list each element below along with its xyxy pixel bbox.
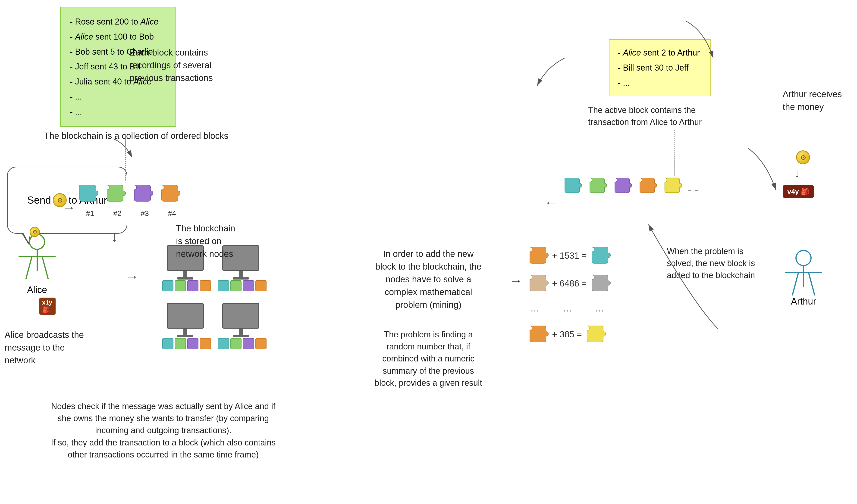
mini-chain-2 (218, 280, 267, 292)
solved-label: When the problem issolved, the new block… (667, 245, 783, 282)
stored-on-nodes-label: The blockchainis stored onnetwork nodes (176, 222, 235, 260)
svg-rect-3 (188, 280, 198, 291)
arthur-coin: ⊙ (796, 151, 810, 164)
block-4: #4 (159, 183, 185, 218)
arthur-receives-label: Arthur receivesthe money (783, 88, 852, 114)
blockchain-collection-label: The blockchain is a collection of ordere… (44, 129, 228, 142)
arrow-alice-to-network: → (125, 268, 139, 284)
arthur-legs (798, 273, 809, 296)
arrow-yellow-to-chain (662, 21, 709, 68)
alice-broadcast-text: Alice broadcasts themessage to thenetwor… (5, 329, 116, 367)
svg-rect-15 (243, 338, 254, 349)
alice-coin: ⊙ (30, 227, 40, 237)
mini-chain-4 (218, 338, 267, 349)
svg-rect-14 (231, 338, 241, 349)
alice-label: Alice (27, 285, 47, 295)
right-block-2 (588, 176, 611, 199)
svg-rect-7 (243, 280, 254, 291)
svg-rect-4 (200, 280, 211, 291)
svg-rect-9 (163, 338, 173, 349)
block-3: #3 (132, 183, 157, 218)
arthur-label: Arthur (791, 296, 816, 307)
svg-rect-11 (188, 338, 198, 349)
arrow-to-chain-right: → (544, 194, 558, 210)
block-1: #1 (77, 183, 103, 218)
mining-dots: ……… (530, 303, 604, 314)
alice-legs (31, 257, 43, 280)
svg-rect-10 (175, 338, 186, 349)
active-block-label: The active block contains thetransaction… (588, 104, 716, 128)
monitor-4 (222, 303, 259, 337)
svg-rect-6 (231, 280, 241, 291)
down-arrow-arthur: ↓ (794, 167, 800, 180)
right-block-3 (613, 176, 636, 199)
arrow-green-block-down (114, 139, 160, 163)
mini-chain-1 (162, 280, 211, 292)
right-block-4 (638, 176, 661, 199)
mining-label-1: In order to add the newblock to the bloc… (347, 248, 509, 311)
block-2: #2 (105, 183, 130, 218)
svg-rect-2 (175, 280, 186, 291)
main-diagram: Send ⊙ to Arthur x1y 🎒 ⊙ Alice Alice bro… (0, 0, 857, 504)
each-block-label: Each block containsrecordings of several… (130, 46, 213, 85)
nodes-check-text: Nodes check if the message was actually … (42, 400, 285, 461)
svg-rect-13 (218, 338, 229, 349)
down-arrow-blockchain: ↓ (111, 229, 118, 245)
svg-rect-8 (256, 280, 266, 291)
arrow-solved-to-chain (672, 282, 741, 353)
svg-rect-5 (218, 280, 229, 291)
mining-row-1: + 1531 = (528, 245, 611, 266)
arrow-mining: → (509, 273, 522, 288)
mining-label-2: The problem is finding arandom number th… (347, 329, 509, 389)
alice-figure: x1y 🎒 ⊙ Alice (18, 234, 55, 310)
arthur-figure: Arthur (785, 250, 822, 321)
monitor-3 (167, 303, 204, 337)
blockchain-right-row: - - (563, 176, 699, 199)
svg-rect-1 (163, 280, 173, 291)
svg-rect-12 (200, 338, 211, 349)
mining-row-2: + 6486 = (528, 273, 611, 294)
dashed-line-2 (674, 129, 674, 176)
send-label: Send (27, 194, 51, 206)
right-block-1 (563, 176, 586, 199)
svg-rect-16 (256, 338, 266, 349)
blockchain-main-row: → #1 #2 #3 #4 (63, 183, 185, 218)
dash-label: - - (688, 183, 699, 197)
mini-chain-3 (162, 338, 211, 349)
blockchain-arrow: → (63, 200, 75, 215)
mining-row-3: + 385 = (528, 324, 606, 345)
dashed-line-1 (125, 134, 126, 180)
arthur-head (795, 250, 812, 266)
alice-wallet: x1y 🎒 (39, 298, 55, 315)
right-block-new (663, 176, 686, 199)
arrow-left-green-block (565, 58, 611, 96)
arthur-wallet: v4y 🎒 (783, 185, 814, 198)
